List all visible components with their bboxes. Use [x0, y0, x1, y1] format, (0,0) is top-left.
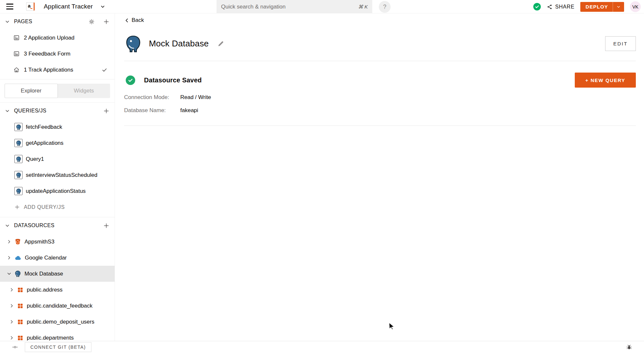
sidebar-item-query-updateapplicationstatus[interactable]: updateApplicationStatus [0, 183, 115, 199]
chevron-down-icon [616, 5, 621, 9]
pages-section-header[interactable]: PAGES [0, 13, 115, 30]
pages-settings-gear-icon[interactable] [89, 19, 95, 25]
sidebar-item-table-public-departments[interactable]: public.departments [0, 330, 115, 341]
chevron-right-icon[interactable] [8, 287, 15, 293]
sidebar-item-query-fetchfeedback[interactable]: fetchFeedback [0, 119, 115, 135]
sidebar-tabstrip: Explorer Widgets [0, 79, 115, 103]
datasource-saved-label: Datasource Saved [144, 76, 202, 84]
postgres-icon [14, 123, 23, 131]
table-icon [17, 303, 24, 309]
appsmith-logo[interactable]: a [26, 2, 35, 11]
query-label: updateApplicationStatus [26, 188, 86, 194]
datasource-title: Mock Database [149, 39, 209, 49]
app-title[interactable]: Applicant Tracker [44, 3, 93, 10]
search-shortcut-hint: ⌘ K [358, 4, 368, 10]
share-icon [547, 4, 553, 10]
connect-git-button[interactable]: CONNECT GIT (BETA) [25, 342, 91, 352]
chevron-down-icon[interactable] [5, 108, 10, 114]
back-button[interactable]: Back [124, 17, 144, 24]
sidebar-item-datasource-appsmiths3[interactable]: AppsmithS3 [0, 234, 115, 250]
chevron-right-icon[interactable] [6, 239, 12, 244]
deploy-button[interactable]: DEPLOY [580, 2, 624, 12]
table-icon [17, 319, 24, 325]
sidebar-item-table-public-candidate-feedback[interactable]: public.candidate_feedback [0, 298, 115, 314]
queries-header-label: QUERIES/JS [14, 108, 103, 114]
back-label: Back [132, 17, 144, 24]
add-page-icon[interactable] [103, 19, 109, 25]
table-label: public.candidate_feedback [27, 303, 92, 309]
sidebar-item-page-track-applications[interactable]: 1 Track Applications [0, 62, 115, 78]
debug-bug-icon[interactable] [626, 344, 632, 350]
add-datasource-icon[interactable] [103, 223, 109, 229]
tab-explorer[interactable]: Explorer [5, 84, 58, 98]
table-label: public.address [27, 287, 63, 293]
search-placeholder: Quick search & navigation [221, 4, 358, 10]
postgres-logo [124, 34, 142, 54]
datasources-header-label: DATASOURCES [14, 223, 103, 228]
query-label: fetchFeedback [26, 124, 62, 130]
sidebar-item-page-application-upload[interactable]: 2 Application Upload [0, 30, 115, 46]
explorer-sidebar: PAGES 2 Application Upload 3 Feeedback F… [0, 13, 115, 341]
page-icon [13, 34, 20, 41]
share-button[interactable]: SHARE [547, 4, 574, 10]
plus-icon [14, 204, 20, 210]
new-query-button[interactable]: + NEW QUERY [575, 73, 636, 88]
sidebar-item-query-setinterviewstatusscheduled[interactable]: setInterviewStatusScheduled [0, 167, 115, 183]
queries-section-header[interactable]: QUERIES/JS [0, 103, 115, 119]
chevron-left-icon [124, 18, 130, 23]
divider [124, 126, 636, 126]
chevron-down-icon[interactable] [5, 223, 10, 228]
chevron-right-icon[interactable] [8, 303, 15, 309]
chevron-right-icon[interactable] [8, 319, 15, 325]
deploy-label: DEPLOY [580, 4, 613, 9]
chevron-down-icon[interactable] [6, 271, 12, 277]
query-label: getApplications [26, 140, 63, 146]
home-icon [13, 66, 20, 73]
git-branch-icon [12, 344, 18, 350]
query-label: setInterviewStatusScheduled [26, 172, 97, 178]
page-label: 1 Track Applications [24, 67, 102, 73]
hamburger-menu-icon[interactable] [5, 3, 14, 10]
sidebar-item-table-public-address[interactable]: public.address [0, 282, 115, 298]
sidebar-item-query-getapplications[interactable]: getApplications [0, 135, 115, 151]
share-label: SHARE [555, 4, 574, 10]
postgres-icon [14, 270, 21, 277]
datasources-section-header[interactable]: DATASOURCES [0, 217, 115, 234]
user-avatar[interactable]: VK [630, 1, 641, 12]
save-status-indicator [533, 3, 541, 10]
check-icon [535, 4, 539, 9]
quick-search-input[interactable]: Quick search & navigation ⌘ K [217, 0, 372, 13]
chevron-down-icon[interactable] [5, 19, 10, 25]
help-button[interactable]: ? [379, 1, 391, 13]
logo-underscore [30, 8, 32, 9]
query-label: Query1 [26, 156, 44, 162]
page-label: 2 Application Upload [24, 35, 115, 41]
connection-mode-value: Read / Write [180, 94, 211, 101]
table-icon [17, 287, 24, 293]
sidebar-item-datasource-google-calendar[interactable]: Google Calendar [0, 250, 115, 266]
add-query-icon[interactable] [103, 108, 109, 114]
chevron-right-icon[interactable] [6, 255, 12, 261]
datasource-label: Google Calendar [25, 255, 67, 261]
chevron-right-icon[interactable] [8, 335, 15, 341]
tab-widgets[interactable]: Widgets [58, 84, 110, 98]
table-label: public.demo_deposit_users [27, 319, 94, 325]
add-query-js-button[interactable]: ADD QUERY/JS [0, 199, 115, 215]
deploy-options-caret[interactable] [613, 2, 624, 12]
divider [124, 61, 636, 61]
sidebar-item-table-public-demo-deposit-users[interactable]: public.demo_deposit_users [0, 314, 115, 330]
page-icon [13, 50, 20, 57]
sidebar-item-datasource-mock-database[interactable]: Mock Database [0, 266, 115, 282]
check-icon [128, 77, 133, 83]
postgres-icon [14, 187, 23, 195]
datasource-saved-check [126, 76, 135, 85]
table-icon [17, 335, 24, 341]
sidebar-item-query-query1[interactable]: Query1 [0, 151, 115, 167]
edit-datasource-button[interactable]: EDIT [605, 36, 636, 51]
rename-pencil-icon[interactable] [217, 40, 224, 47]
add-query-js-label: ADD QUERY/JS [24, 204, 65, 210]
postgres-icon [14, 139, 23, 147]
sidebar-item-page-feedback-form[interactable]: 3 Feeedback Form [0, 46, 115, 62]
cloud-icon [14, 254, 22, 261]
chevron-down-icon[interactable] [100, 4, 105, 9]
